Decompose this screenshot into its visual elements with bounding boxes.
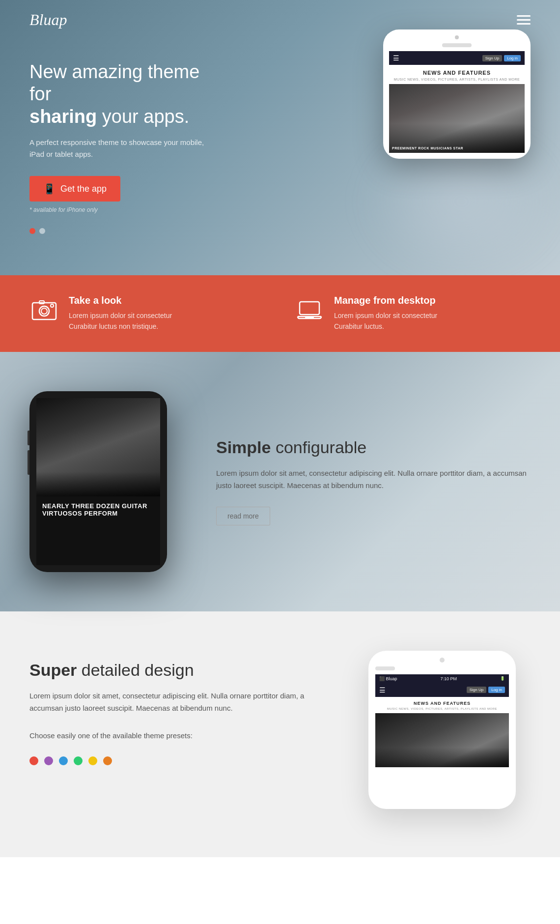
feature-1-desc: Lorem ipsum dolor sit consectetur Curabi… — [69, 310, 172, 332]
super-phone-frame: ⬛ Bluap 7:10 PM 🔋 ☰ Sign Up Log in NEWS … — [368, 651, 516, 809]
super-news-title: NEWS AND FEATURES — [375, 697, 509, 707]
phone-app-name: ⬛ Bluap — [379, 676, 397, 681]
side-button-1 — [28, 431, 29, 445]
phone-screen: ☰ Sign Up Log in NEWS AND FEATURES MUSIC… — [389, 51, 525, 153]
phone-image-caption: PREEMINENT ROCK MUSICIANS STAR — [392, 146, 463, 150]
camera-icon — [29, 295, 59, 324]
hamburger-menu[interactable] — [517, 15, 531, 25]
features-bar: Take a look Lorem ipsum dolor sit consec… — [0, 275, 560, 352]
get-app-button[interactable]: 📱 Get the app — [29, 176, 120, 202]
hero-title-normal: New amazing theme for — [29, 61, 199, 105]
phone-time: 7:10 PM — [441, 676, 457, 681]
phone-app-btns: Sign Up Log in — [467, 687, 505, 693]
feature-item-1: Take a look Lorem ipsum dolor sit consec… — [29, 295, 265, 332]
section-simple: NEARLY THREE DOZEN GUITAR VIRTUOSOS PERF… — [0, 352, 560, 611]
dark-phone-frame: NEARLY THREE DOZEN GUITAR VIRTUOSOS PERF… — [29, 391, 167, 572]
phone-white-frame: ☰ Sign Up Log in NEWS AND FEATURES MUSIC… — [383, 29, 531, 159]
phone-app-signup: Sign Up — [467, 687, 486, 693]
phone-signup-btn: Sign Up — [482, 55, 502, 61]
svg-point-2 — [41, 308, 47, 314]
hero-section: New amazing theme for sharing your apps.… — [0, 0, 560, 275]
super-title-bold: Super — [29, 661, 77, 679]
hamburger-line-3 — [517, 23, 531, 25]
dark-phone-screen: NEARLY THREE DOZEN GUITAR VIRTUOSOS PERF… — [36, 398, 160, 565]
super-title-normal: detailed design — [77, 661, 194, 679]
phone-app-menu: ☰ — [379, 686, 386, 694]
phone-header-bar: ☰ Sign Up Log in — [389, 51, 525, 65]
simple-title-bold: Simple — [216, 438, 271, 457]
color-dot-red[interactable] — [29, 756, 38, 765]
simple-body: Lorem ipsum dolor sit amet, consectetur … — [216, 467, 531, 492]
feature-1-text: Take a look Lorem ipsum dolor sit consec… — [69, 295, 172, 332]
hamburger-line-1 — [517, 15, 531, 17]
phone-front-cam — [440, 658, 445, 663]
svg-point-4 — [51, 304, 54, 307]
color-presets-label: Choose easily one of the available theme… — [29, 729, 324, 742]
phone-hero-image: PREEMINENT ROCK MUSICIANS STAR — [389, 84, 525, 153]
color-dot-purple[interactable] — [44, 756, 53, 765]
hero-phone-mockup: ☰ Sign Up Log in NEWS AND FEATURES MUSIC… — [383, 29, 531, 159]
svg-rect-5 — [300, 302, 319, 315]
hero-content: New amazing theme for sharing your apps.… — [0, 12, 236, 264]
color-dot-orange[interactable] — [103, 756, 112, 765]
hero-title: New amazing theme for sharing your apps. — [29, 61, 206, 128]
hero-dots — [29, 228, 206, 234]
phone-news-subtitle: MUSIC NEWS, VIDEOS, PICTURES, ARTISTS, P… — [389, 78, 525, 84]
super-text-block: Super detailed design Lorem ipsum dolor … — [29, 651, 324, 766]
hero-dot-1[interactable] — [29, 228, 35, 234]
phone-home-btn — [375, 666, 395, 670]
feature-2-title: Manage from desktop — [334, 295, 437, 306]
side-button-2 — [28, 450, 29, 475]
hero-dot-2[interactable] — [39, 228, 45, 234]
logo: Bluap — [29, 11, 67, 29]
dark-phone-caption: NEARLY THREE DOZEN GUITAR VIRTUOSOS PERF… — [36, 496, 160, 523]
dark-phone-image — [36, 398, 160, 496]
feature-item-2: Manage from desktop Lorem ipsum dolor si… — [295, 295, 531, 332]
svg-rect-6 — [306, 317, 313, 318]
color-dot-blue[interactable] — [59, 756, 68, 765]
feature-2-desc: Lorem ipsum dolor sit consectetur Curabi… — [334, 310, 437, 332]
get-app-label: Get the app — [60, 184, 107, 194]
simple-title: Simple configurable — [216, 438, 531, 457]
color-dot-green[interactable] — [74, 756, 83, 765]
phone-battery: 🔋 — [500, 676, 505, 681]
phone-auth-buttons: Sign Up Log in — [482, 55, 521, 61]
phone-login-btn: Log in — [504, 55, 521, 61]
hamburger-line-2 — [517, 19, 531, 21]
feature-1-title: Take a look — [69, 295, 172, 306]
hero-title-end: your apps. — [97, 106, 189, 127]
section-super: Super detailed design Lorem ipsum dolor … — [0, 611, 560, 857]
laptop-icon — [295, 295, 324, 324]
simple-phone-mockup: NEARLY THREE DOZEN GUITAR VIRTUOSOS PERF… — [29, 391, 187, 572]
phone-menu-icon: ☰ — [393, 54, 399, 62]
hero-subtitle: A perfect responsive theme to showcase y… — [29, 137, 206, 160]
phone-speaker — [442, 43, 472, 47]
navbar: Bluap — [0, 0, 560, 40]
read-more-button[interactable]: read more — [216, 507, 270, 525]
hero-available-note: * available for iPhone only — [29, 206, 206, 213]
spacer — [375, 670, 509, 674]
feature-2-text: Manage from desktop Lorem ipsum dolor si… — [334, 295, 437, 332]
super-news-sub: MUSIC NEWS, VIDEOS, PICTURES, ARTISTS, P… — [375, 707, 509, 713]
super-phone-screen: ⬛ Bluap 7:10 PM 🔋 ☰ Sign Up Log in NEWS … — [375, 674, 509, 802]
color-dot-yellow[interactable] — [88, 756, 97, 765]
phone-status-bar: ⬛ Bluap 7:10 PM 🔋 — [375, 674, 509, 683]
simple-title-normal: configurable — [271, 438, 366, 457]
svg-rect-0 — [32, 303, 56, 319]
super-phone-image — [375, 713, 509, 767]
color-presets-dots — [29, 756, 324, 765]
hero-title-bold: sharing — [29, 106, 97, 127]
phone-icon: 📱 — [43, 183, 56, 195]
super-phone-mockup: ⬛ Bluap 7:10 PM 🔋 ☰ Sign Up Log in NEWS … — [354, 651, 531, 809]
phone-app-login: Log in — [488, 687, 505, 693]
phone-top-area — [375, 658, 509, 663]
super-body: Lorem ipsum dolor sit amet, consectetur … — [29, 690, 324, 715]
phone-app-header: ☰ Sign Up Log in — [375, 683, 509, 697]
simple-text-block: Simple configurable Lorem ipsum dolor si… — [216, 438, 531, 525]
super-title: Super detailed design — [29, 661, 324, 680]
phone-news-title: NEWS AND FEATURES — [389, 65, 525, 78]
